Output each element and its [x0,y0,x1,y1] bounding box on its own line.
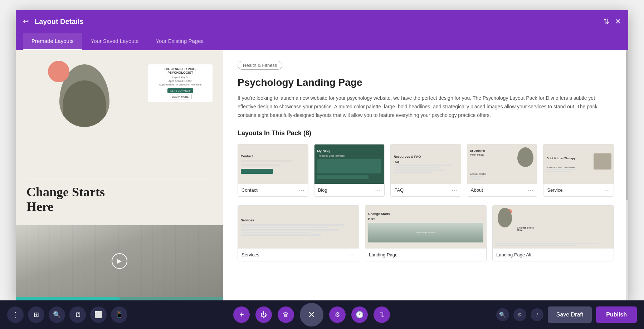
thumb-service-image: Grief & Loss Therapy Schedule a Free Con… [543,144,614,184]
modal-body: DR. JENNIFER PIKE, PSYCHOLOGIST Layout, … [16,50,628,300]
thumb-landing1-bar: Landing Page ⋯ [365,249,486,261]
tab-bar: Premade Layouts Your Saved Layouts Your … [16,33,628,50]
thumb-contact-bar: Contact ⋯ [238,184,308,196]
modal-header-icons: ⇅ ✕ [603,17,621,26]
preview-bottom-image: ▶ [16,225,223,297]
thumb-services[interactable]: Services Services ⋯ [238,205,359,261]
help-icon-right[interactable]: ? [531,308,543,321]
thumb-faq-bar: FAQ ⋯ [391,184,461,196]
preview-headline: Change Starts Here [26,185,213,215]
close-main-button[interactable]: ✕ [300,303,323,326]
menu-button[interactable]: ⋮ [7,306,24,323]
tablet-button[interactable]: ⬜ [90,306,107,323]
thumb-blog[interactable]: My Blog The Road Less Traveled Blog ⋯ [314,144,385,197]
tab-premade[interactable]: Premade Layouts [23,33,82,50]
phone-button[interactable]: 📱 [111,306,127,323]
thumb-landing2[interactable]: Change Starts Here Landing Page Alt ⋯ [492,205,614,261]
thumb-service-menu[interactable]: ⋯ [604,187,610,193]
thumb-faq[interactable]: Resources & FAQ FAQ FAQ ⋯ [390,144,461,197]
thumb-services-label: Services [241,252,259,257]
thumb-landing2-menu[interactable]: ⋯ [604,251,610,258]
mini-learn-btn[interactable]: LEARN MORE [169,94,192,99]
modal-header: ↩ Layout Details ⇅ ✕ [16,10,628,33]
power-button[interactable]: ⏻ [255,306,272,323]
settings-icon-right[interactable]: ⚙ [513,308,526,321]
thumb-about-bar: About ⋯ [467,184,537,196]
tab-existing[interactable]: Your Existing Pages [147,33,212,50]
thumb-about[interactable]: Dr Jennifer Pike, PsyD About Jennifer [467,144,538,197]
thumb-landing2-label: Landing Page Alt [496,252,531,257]
thumb-landing1-label: Landing Page [369,252,397,257]
thumb-blog-image: My Blog The Road Less Traveled [314,144,385,184]
mini-card-title: DR. JENNIFER PIKE, PSYCHOLOGIST [152,67,208,74]
layout-button[interactable]: ⇅ [374,306,390,323]
thumb-faq-label: FAQ [394,187,404,193]
mini-info-card: DR. JENNIFER PIKE, PSYCHOLOGIST Layout, … [148,64,213,102]
thumb-service-label: Service [547,187,562,193]
bottom-toolbar: ⋮ ⊞ 🔍 🖥 ⬜ 📱 + ⏻ 🗑 ✕ ⚙ 🕐 ⇅ 🔍 ⚙ ? Save Dra… [0,300,644,329]
thumb-faq-image: Resources & FAQ FAQ [391,144,461,184]
thumb-landing2-image: Change Starts Here [493,206,614,249]
publish-button[interactable]: Publish [596,306,637,323]
close-icon[interactable]: ✕ [615,17,621,26]
back-icon[interactable]: ↩ [23,17,29,26]
settings-button[interactable]: ⚙ [329,306,346,323]
info-panel: Health & Fitness Psychology Landing Page… [223,50,628,300]
thumb-service[interactable]: Grief & Loss Therapy Schedule a Free Con… [543,144,614,197]
preview-text-section: Change Starts Here [16,172,223,225]
scrollbar-thumb [626,50,628,200]
thumb-about-image: Dr Jennifer Pike, PsyD About Jennifer [467,144,537,184]
thumb-landing1-image: Change Starts Here Psychology Services [365,206,486,249]
search-button[interactable]: 🔍 [49,306,65,323]
thumb-landing1[interactable]: Change Starts Here Psychology Services L… [365,205,487,261]
thumb-landing2-bar: Landing Page Alt ⋯ [493,249,614,261]
thumb-services-image: Services [238,206,359,249]
scrollbar[interactable] [626,50,628,300]
trash-button[interactable]: 🗑 [278,306,294,323]
view-live-demo-button[interactable]: View Live Demo [16,297,119,300]
desktop-button[interactable]: 🖥 [69,306,86,323]
thumb-service-bar: Service ⋯ [543,184,614,196]
preview-actions: View Live Demo Use This Layout [16,297,223,300]
tab-saved[interactable]: Your Saved Layouts [82,33,147,50]
thumb-landing1-menu[interactable]: ⋯ [477,251,483,258]
layout-thumbnails-bottom: Services Services ⋯ Change [238,205,614,261]
toolbar-right: 🔍 ⚙ ? Save Draft Publish [496,306,637,323]
thumb-blog-bar: Blog ⋯ [314,184,385,196]
save-draft-button[interactable]: Save Draft [548,306,592,323]
use-this-layout-button[interactable]: Use This Layout [119,297,223,300]
thumb-contact-label: Contact [241,187,258,193]
layout-thumbnails-top: Contact Contact ⋯ My Blog [238,144,614,197]
modal-title-area: ↩ Layout Details [23,17,84,26]
layout-details-modal: ↩ Layout Details ⇅ ✕ Premade Layouts You… [16,10,628,300]
thumb-contact[interactable]: Contact Contact ⋯ [238,144,308,197]
layout-description: If you're looking to launch a new websit… [238,94,614,119]
toolbar-center: + ⏻ 🗑 ✕ ⚙ 🕐 ⇅ [233,303,390,326]
thumb-contact-image: Contact [238,144,308,184]
thumb-services-bar: Services ⋯ [238,249,359,261]
decoration-circle [48,61,69,82]
search-icon-right[interactable]: 🔍 [496,308,509,321]
thumb-services-menu[interactable]: ⋯ [350,251,355,258]
preview-panel: DR. JENNIFER PIKE, PSYCHOLOGIST Layout, … [16,50,223,300]
category-badge: Health & Fitness [238,61,282,70]
preview-top: DR. JENNIFER PIKE, PSYCHOLOGIST Layout, … [16,50,223,172]
thumb-contact-menu[interactable]: ⋯ [299,187,304,193]
grid-button[interactable]: ⊞ [28,306,44,323]
layout-title: Psychology Landing Page [238,77,614,88]
toolbar-left: ⋮ ⊞ 🔍 🖥 ⬜ 📱 [7,306,127,323]
buddha-silhouette: ▶ [16,225,223,297]
mini-card-text: Layout, Psy.D. Ages Served: 18-65+ Appoi… [152,76,208,86]
thumb-blog-label: Blog [318,187,327,193]
modal-title: Layout Details [35,18,84,26]
add-button[interactable]: + [233,306,250,323]
history-button[interactable]: 🕐 [351,306,368,323]
mini-connect-btn[interactable]: LET'S CONNECT [167,88,193,93]
thumb-faq-menu[interactable]: ⋯ [452,187,457,193]
thumb-about-label: About [471,187,483,193]
pack-subtitle: Layouts In This Pack (8) [238,129,614,137]
thumb-about-menu[interactable]: ⋯ [528,187,533,193]
sort-icon[interactable]: ⇅ [603,17,609,26]
thumb-blog-menu[interactable]: ⋯ [375,187,381,193]
